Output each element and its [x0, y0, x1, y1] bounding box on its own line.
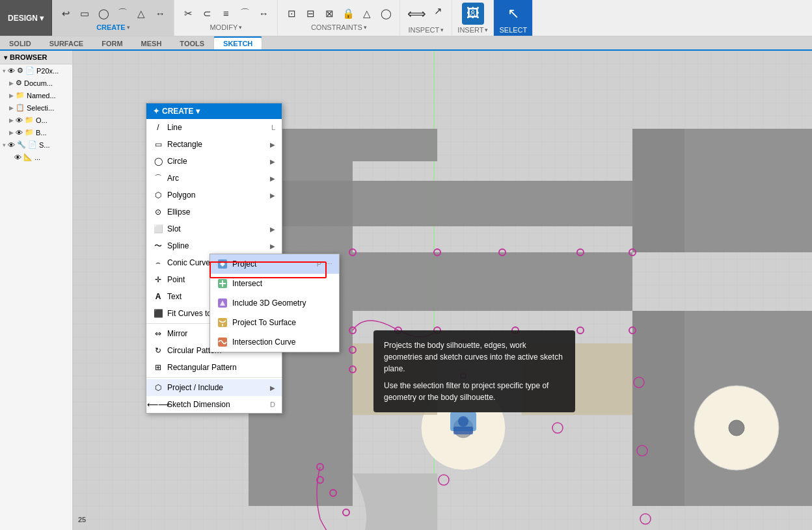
- create-menu-icon: ✦: [153, 107, 159, 116]
- modify-label: MODIFY: [210, 23, 237, 31]
- tb-c2[interactable]: ⊟: [302, 5, 319, 22]
- menu-poly-label: Polygon: [167, 191, 266, 200]
- poly-arrow: ▶: [270, 192, 275, 199]
- menu-item-polygon[interactable]: ⬡ Polygon ▶: [146, 187, 282, 204]
- menu-item-arc[interactable]: ⌒ Arc ▶: [146, 170, 282, 187]
- inspect-chevron[interactable]: ▾: [440, 27, 444, 33]
- svg-point-6: [729, 420, 744, 436]
- menu-item-slot[interactable]: ⬜ Slot ▶: [146, 220, 282, 237]
- browser-item-named[interactable]: ▶ 📁 Named...: [0, 89, 72, 101]
- tb-scissors[interactable]: ✂: [180, 5, 196, 22]
- toolbar-group-create: ↩ ▭ ◯ ⌒ △ ↔ CREATE ▾: [52, 0, 174, 36]
- project-more[interactable]: ⋯: [325, 260, 332, 269]
- design-button[interactable]: DESIGN ▾: [0, 0, 52, 36]
- toolbar-group-select: ↖ SELECT: [494, 0, 533, 36]
- rect-icon: ▭: [153, 139, 163, 150]
- browser-header: ▾ BROWSER: [0, 51, 72, 64]
- tb-circ2[interactable]: ◯: [377, 5, 394, 22]
- submenu-project[interactable]: Project P ⋯: [210, 254, 339, 274]
- browser-item-o[interactable]: ▶ 👁 📁 O...: [0, 114, 72, 126]
- tab-form[interactable]: FORM: [92, 38, 131, 49]
- browser-panel: ▾ BROWSER ▾ 👁 ⚙ 📄 P20x... ▶ ⚙ Docum... ▶…: [0, 51, 73, 530]
- tb-inspect[interactable]: ⟺: [405, 3, 427, 25]
- conic-icon: ⌢: [153, 258, 163, 268]
- submenu-intersection-curve[interactable]: Intersection Curve: [210, 332, 339, 352]
- menu-item-sketch-dim[interactable]: ⟵⟶ Sketch Dimension D: [146, 396, 282, 413]
- tb-select[interactable]: ↖: [502, 3, 524, 25]
- tab-solid[interactable]: SOLID: [0, 38, 40, 49]
- toolbar-tri[interactable]: △: [133, 5, 150, 22]
- toolbar-arc[interactable]: ⌒: [114, 5, 131, 22]
- create-menu-header[interactable]: ✦ CREATE ▾: [146, 103, 282, 119]
- project-submenu: Project P ⋯ Intersect: [210, 254, 340, 352]
- tab-sketch[interactable]: SKETCH: [213, 36, 262, 49]
- project-surface-icon: [217, 317, 228, 328]
- toolbar-group-modify: ✂ ⊂ ≡ ⌒ ↔ MODIFY ▾: [174, 0, 278, 36]
- tb-insert[interactable]: 🖼: [462, 3, 484, 25]
- browser-item-p20[interactable]: ▾ 👁 ⚙ 📄 P20x...: [0, 64, 72, 77]
- svg-rect-36: [453, 427, 473, 434]
- tb-extend[interactable]: ⊂: [198, 5, 215, 22]
- tb-tri2[interactable]: △: [359, 5, 375, 22]
- fit-curves-icon: ⬛: [153, 308, 163, 319]
- menu-item-line[interactable]: / Line L: [146, 119, 282, 136]
- menu-rect-pattern-label: Rectangular Pattern: [167, 363, 275, 372]
- rect-pattern-icon: ⊞: [153, 362, 163, 373]
- submenu-include-3d[interactable]: Include 3D Geometry: [210, 293, 339, 313]
- tooltip-line-2: Use the selection filter to project spec…: [384, 380, 565, 403]
- insert-label: INSERT: [457, 26, 483, 34]
- tb-scale[interactable]: ↔: [255, 5, 272, 22]
- project-include-arrow: ▶: [270, 384, 275, 391]
- spline-arrow: ▶: [270, 243, 275, 250]
- include-3d-label: Include 3D Geometry: [232, 298, 332, 308]
- circle-icon: ◯: [153, 156, 163, 166]
- menu-spline-label: Spline: [167, 241, 266, 250]
- tb-c3[interactable]: ⊠: [321, 5, 338, 22]
- browser-item-s[interactable]: ▾ 👁 🔧 📄 S...: [0, 139, 72, 151]
- tab-mesh[interactable]: MESH: [132, 38, 171, 49]
- menu-ellipse-label: Ellipse: [167, 207, 275, 217]
- menu-item-rect-pattern[interactable]: ⊞ Rectangular Pattern: [146, 359, 282, 376]
- intersection-curve-icon: [217, 336, 228, 348]
- browser-item-select[interactable]: ▶ 📋 Selecti...: [0, 101, 72, 114]
- browser-item-doc[interactable]: ▶ ⚙ Docum...: [0, 77, 72, 89]
- constraints-label: CONSTRAINTS: [311, 23, 362, 31]
- line-shortcut: L: [271, 124, 275, 131]
- modify-chevron[interactable]: ▾: [239, 24, 242, 31]
- browser-item-b[interactable]: ▶ 👁 📁 B...: [0, 126, 72, 139]
- submenu-intersect[interactable]: Intersect: [210, 274, 339, 293]
- project-include-icon: ⬡: [153, 382, 163, 393]
- tb-offset[interactable]: ≡: [217, 5, 234, 22]
- tb-c1[interactable]: ⊡: [283, 5, 300, 22]
- menu-item-circle[interactable]: ◯ Circle ▶: [146, 153, 282, 170]
- text-icon: A: [153, 291, 163, 302]
- circular-icon: ↻: [153, 345, 163, 356]
- tab-tools[interactable]: TOOLS: [170, 38, 213, 49]
- constraints-chevron[interactable]: ▾: [364, 24, 367, 31]
- menu-item-spline[interactable]: 〜 Spline ▶: [146, 237, 282, 254]
- submenu-project-surface[interactable]: Project To Surface: [210, 313, 339, 332]
- menu-sketch-dim-label: Sketch Dimension: [167, 400, 266, 409]
- slot-icon: ⬜: [153, 224, 163, 234]
- menu-slot-label: Slot: [167, 224, 266, 233]
- top-toolbar-area: DESIGN ▾ ↩ ▭ ◯ ⌒ △ ↔ CREATE ▾: [0, 0, 812, 51]
- tb-mirror2[interactable]: ⌒: [236, 5, 253, 22]
- tb-lock[interactable]: 🔒: [340, 5, 357, 22]
- menu-line-label: Line: [167, 123, 267, 132]
- create-chevron[interactable]: ▾: [127, 24, 130, 31]
- menu-item-project-include[interactable]: ⬡ Project / Include ▶: [146, 379, 282, 396]
- point-icon: ✛: [153, 274, 163, 285]
- toolbar-circle[interactable]: ◯: [95, 5, 112, 22]
- browser-item-sub1[interactable]: 👁 📐 ...: [0, 151, 72, 163]
- toolbar-rect[interactable]: ▭: [76, 5, 93, 22]
- menu-circle-label: Circle: [167, 157, 266, 166]
- tooltip-line-1: Projects the body silhouette, edges, wor…: [384, 339, 565, 375]
- tab-surface[interactable]: SURFACE: [40, 38, 93, 49]
- toolbar-dim[interactable]: ↔: [152, 5, 169, 22]
- slot-arrow: ▶: [270, 226, 275, 233]
- insert-chevron[interactable]: ▾: [485, 27, 488, 33]
- tb-inspect2[interactable]: ↗: [429, 3, 446, 20]
- menu-item-rectangle[interactable]: ▭ Rectangle ▶: [146, 136, 282, 153]
- toolbar-undo[interactable]: ↩: [57, 5, 74, 22]
- menu-item-ellipse[interactable]: ⊙ Ellipse: [146, 204, 282, 220]
